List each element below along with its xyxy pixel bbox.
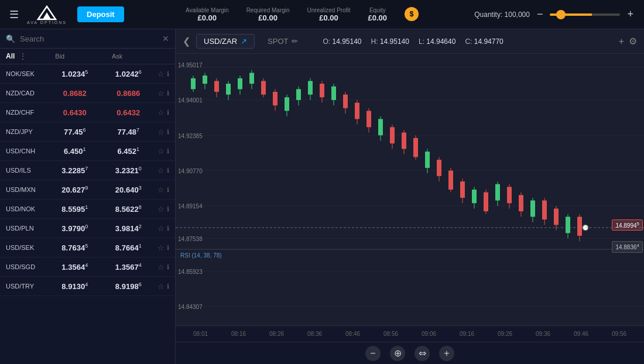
info-icon[interactable]: ℹ [167,90,169,97]
svg-rect-46 [390,127,395,143]
bid-price: 3.22857 [48,166,102,175]
svg-rect-38 [343,95,348,108]
svg-rect-50 [413,138,418,157]
collapse-button[interactable]: ❮ [183,36,190,47]
favorite-icon[interactable]: ☆ [157,186,165,194]
info-icon[interactable]: ℹ [167,205,169,213]
chart-area: ❮ USD/ZAR ↗ SPOT ✏ O: 14.95140 H: 14.951… [176,29,644,364]
svg-rect-60 [472,190,477,203]
bid-price: 77.456 [48,127,102,136]
info-icon[interactable]: ℹ [167,70,169,78]
list-item[interactable]: USD/MXN 20.6279 20.6403 ☆ ℹ [0,180,175,200]
favorite-icon[interactable]: ☆ [157,89,165,98]
time-label: 08:01 [181,331,220,337]
ohlc-low-value: 14.94640 [426,37,455,46]
list-item[interactable]: NZD/CHF 0.6430 0.6432 ☆ ℹ [0,103,175,122]
info-icon[interactable]: ℹ [167,263,169,271]
ask-price: 0.8686 [102,88,156,98]
list-item[interactable]: USD/CNH 6.4501 6.4521 ☆ ℹ [0,142,175,161]
quantity-plus-button[interactable]: + [624,7,637,22]
favorite-icon[interactable]: ☆ [157,128,165,136]
info-icon[interactable]: ℹ [167,283,169,290]
available-margin: Available Margin £0.00 [186,7,229,22]
list-item[interactable]: NZD/CAD 0.8682 0.8686 ☆ ℹ [0,84,175,103]
top-stats: Available Margin £0.00 Required Margin £… [142,7,463,22]
ask-price: 1.35674 [102,262,156,272]
ask-price: 8.56228 [102,204,156,214]
tab-usdzar-arrow-icon: ↗ [241,37,247,46]
info-icon[interactable]: ℹ [167,244,169,252]
favorite-icon[interactable]: ☆ [157,205,165,214]
list-item[interactable]: USD/SEK 8.76345 8.76641 ☆ ℹ [0,238,175,257]
tab-usdzar[interactable]: USD/ZAR ↗ [196,34,255,49]
svg-rect-54 [437,160,441,176]
hamburger-button[interactable]: ☰ [7,6,21,23]
bid-price: 6.4501 [48,146,102,156]
more-options-icon[interactable]: ⋮ [19,52,26,60]
time-label: 09:06 [410,331,448,337]
time-label: 09:16 [448,331,486,337]
quantity-minus-button[interactable]: − [533,7,547,22]
favorite-icon[interactable]: ☆ [157,147,165,156]
chart-settings-button[interactable]: ⚙ [629,36,637,47]
equity-icon-button[interactable]: $ [405,7,419,21]
svg-rect-74 [554,208,559,225]
svg-rect-20 [238,78,242,90]
favorite-icon[interactable]: ☆ [157,243,165,252]
zoom-in-button[interactable]: + [439,346,454,361]
list-item[interactable]: USD/SGD 1.35644 1.35674 ☆ ℹ [0,257,175,277]
list-item[interactable]: USD/PLN 3.97900 3.98142 ☆ ℹ [0,219,175,238]
list-item[interactable]: NOK/SEK 1.02345 1.02426 ☆ ℹ [0,64,175,84]
instrument-name: USD/MXN [6,186,48,193]
svg-rect-72 [542,201,547,219]
candle-chart[interactable]: 14.95017 14.94001 14.92385 14.90770 14.8… [176,54,644,325]
svg-rect-12 [191,78,196,90]
list-item[interactable]: USD/TRY 8.91304 8.91986 ☆ ℹ [0,277,175,296]
info-icon[interactable]: ℹ [167,147,169,155]
info-icon[interactable]: ℹ [167,109,169,116]
scroll-button[interactable]: ⇔ [415,346,430,361]
tab-spot[interactable]: SPOT ✏ [261,35,305,48]
list-item[interactable]: USD/ILS 3.22857 3.23210 ☆ ℹ [0,161,175,180]
ask-price: 20.6403 [102,185,156,194]
ohlc-open-label: O: [323,37,330,46]
favorite-icon[interactable]: ☆ [157,70,165,78]
svg-rect-40 [355,103,359,119]
svg-rect-34 [320,84,324,97]
instrument-name: USD/TRY [6,283,48,290]
list-item[interactable]: USD/NOK 8.55951 8.56228 ☆ ℹ [0,200,175,219]
search-input[interactable] [20,35,157,43]
deposit-button[interactable]: Deposit [77,6,124,22]
ask-price: 0.6432 [102,108,156,117]
time-label: 09:36 [524,331,562,337]
available-margin-label: Available Margin [186,7,229,13]
recenter-button[interactable]: ⊕ [390,346,405,361]
info-icon[interactable]: ℹ [167,186,169,194]
instrument-name: USD/SEK [6,244,48,251]
add-indicator-button[interactable]: + [619,36,624,47]
info-icon[interactable]: ℹ [167,167,169,174]
favorite-icon[interactable]: ☆ [157,108,165,117]
info-icon[interactable]: ℹ [167,225,169,232]
unrealized-profit-label: Unrealized Profit [307,7,351,13]
logo: AVA OPTIONS [27,4,67,25]
chart-controls: − ⊕ ⇔ + [176,342,644,364]
time-label: 08:36 [296,331,334,337]
price-level-5: 14.89154 [178,203,203,210]
favorite-icon[interactable]: ☆ [157,263,165,272]
svg-rect-28 [285,97,289,111]
favorite-icon[interactable]: ☆ [157,282,165,291]
info-icon[interactable]: ℹ [167,128,169,136]
instrument-list: NOK/SEK 1.02345 1.02426 ☆ ℹ NZD/CAD 0.86… [0,64,175,364]
favorite-icon[interactable]: ☆ [157,166,165,175]
search-clear-button[interactable]: ✕ [162,34,169,43]
zoom-out-button[interactable]: − [365,346,381,361]
ohlc-open: O: 14.95140 [323,37,361,46]
list-item[interactable]: NZD/JPY 77.456 77.487 ☆ ℹ [0,122,175,142]
quantity-slider[interactable] [550,13,620,16]
bid-price: 1.02345 [48,69,102,78]
ask-price: 3.23210 [102,166,156,175]
bid-header: Bid [31,53,88,60]
favorite-icon[interactable]: ☆ [157,224,165,233]
time-label: 08:16 [220,331,258,337]
